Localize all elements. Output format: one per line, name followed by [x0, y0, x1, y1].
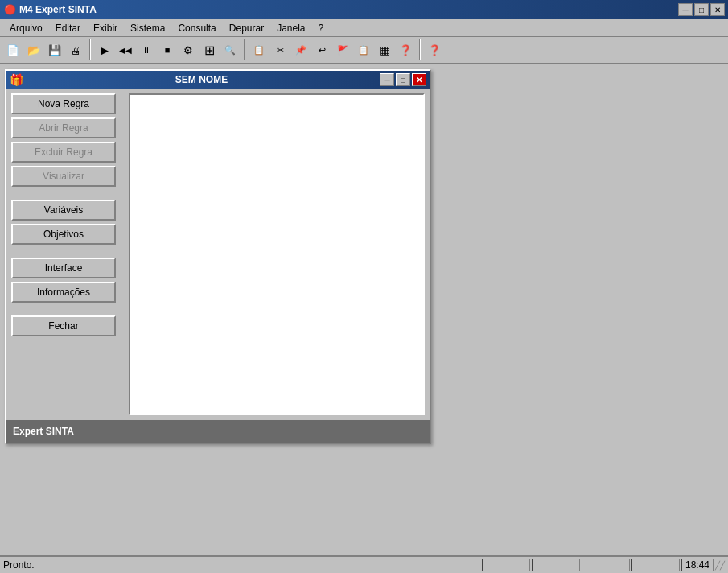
mdi-window: 🎁 SEM NOME ─ □ ✕ Nova Regra Abrir Regra	[5, 69, 431, 444]
objetivos-button[interactable]: Objetivos	[11, 224, 116, 245]
status-panel-4	[631, 559, 680, 571]
menu-arquivo[interactable]: Arquivo	[3, 21, 49, 35]
app-icon: 🔴	[3, 3, 16, 16]
resize-icon: ╱╱	[715, 561, 725, 570]
fechar-button[interactable]: Fechar	[11, 315, 116, 336]
help-main-button[interactable]: ❓	[425, 40, 444, 60]
mdi-window-icon: 🎁	[10, 73, 23, 86]
toolbar-separator-2	[244, 39, 245, 60]
variaveis-button[interactable]: Variáveis	[11, 200, 116, 221]
interface-label: Interface	[45, 262, 83, 274]
flag-button[interactable]: 🚩	[333, 40, 352, 60]
status-panel-1	[482, 559, 530, 571]
paste-special-button[interactable]: 📌	[291, 40, 311, 60]
step-back-button[interactable]: ◀◀	[116, 40, 135, 60]
app-close-button[interactable]: ✕	[710, 3, 725, 16]
right-panel	[129, 93, 425, 415]
interface-button[interactable]: Interface	[11, 258, 116, 278]
menu-consulta[interactable]: Consulta	[171, 21, 222, 35]
status-panel-2	[532, 559, 580, 571]
menu-exibir[interactable]: Exibir	[87, 21, 124, 35]
add-button[interactable]: ⊞	[199, 40, 219, 60]
app-title-bar: 🔴 M4 Expert SINTA ─ □ ✕	[0, 0, 728, 19]
bottom-bar-text: Expert SINTA	[13, 426, 74, 437]
help2-button[interactable]: ❓	[396, 40, 415, 60]
undo-special-button[interactable]: ↩	[312, 40, 331, 60]
copy-button[interactable]: 📋	[249, 40, 269, 60]
variaveis-label: Variáveis	[44, 204, 83, 216]
nova-regra-button[interactable]: Nova Regra	[11, 93, 116, 114]
objetivos-label: Objetivos	[43, 229, 84, 240]
search-button[interactable]: 🔍	[220, 40, 240, 60]
mdi-maximize-button[interactable]: □	[396, 73, 410, 86]
toolbar-separator-1	[89, 39, 91, 60]
left-panel: Nova Regra Abrir Regra Excluir Regra Vis…	[11, 93, 124, 415]
menu-sistema[interactable]: Sistema	[124, 21, 171, 35]
excluir-regra-button[interactable]: Excluir Regra	[11, 142, 116, 163]
toolbar-separator-3	[419, 39, 421, 60]
nova-regra-label: Nova Regra	[38, 98, 89, 109]
pause-button[interactable]: ⏸	[137, 40, 156, 60]
mdi-title-buttons: ─ □ ✕	[380, 73, 426, 86]
menu-editar[interactable]: Editar	[49, 21, 87, 35]
app-maximize-button[interactable]: □	[694, 3, 709, 16]
mdi-content: Nova Regra Abrir Regra Excluir Regra Vis…	[6, 89, 430, 420]
open-file-button[interactable]: 📂	[24, 40, 43, 60]
bottom-bar: Expert SINTA	[6, 420, 430, 443]
mdi-title-bar: 🎁 SEM NOME ─ □ ✕	[6, 71, 430, 89]
mdi-window-title: SEM NOME	[23, 74, 380, 85]
mdi-close-button[interactable]: ✕	[412, 73, 426, 86]
mdi-title-left: 🎁	[10, 73, 23, 86]
abrir-regra-label: Abrir Regra	[39, 122, 88, 134]
status-text: Pronto.	[3, 559, 35, 571]
informacoes-button[interactable]: Informações	[11, 282, 116, 303]
status-panel-3	[582, 559, 630, 571]
save-file-button[interactable]: 💾	[45, 40, 64, 60]
spacer-2	[11, 248, 124, 254]
print-button[interactable]: 🖨	[66, 40, 85, 60]
stop-button[interactable]: ■	[158, 40, 177, 60]
main-area: 🎁 SEM NOME ─ □ ✕ Nova Regra Abrir Regra	[0, 64, 728, 555]
menu-help[interactable]: ?	[312, 21, 331, 35]
settings-button[interactable]: ⚙	[179, 40, 198, 60]
new-file-button[interactable]: 📄	[3, 40, 23, 60]
toolbar: 📄 📂 💾 🖨 ▶ ◀◀ ⏸ ■ ⚙ ⊞ 🔍 📋 ✂ 📌 ↩ 🚩 📋 ▦ ❓ ❓	[0, 37, 728, 64]
spacer-1	[11, 190, 124, 196]
title-bar-buttons: ─ □ ✕	[678, 3, 725, 16]
visualizar-button[interactable]: Visualizar	[11, 166, 116, 187]
mdi-minimize-button[interactable]: ─	[380, 73, 394, 86]
grid-button[interactable]: ▦	[375, 40, 394, 60]
visualizar-label: Visualizar	[43, 171, 84, 182]
fechar-label: Fechar	[48, 320, 78, 332]
menu-janela[interactable]: Janela	[270, 21, 311, 35]
play-button[interactable]: ▶	[95, 40, 114, 60]
status-bar: Pronto. 18:44 ╱╱	[0, 555, 728, 573]
spacer-3	[11, 306, 124, 312]
informacoes-label: Informações	[37, 286, 90, 298]
status-time: 18:44	[681, 559, 714, 571]
menu-depurar[interactable]: Depurar	[223, 21, 270, 35]
app-title: M4 Expert SINTA	[19, 4, 97, 15]
menu-bar: Arquivo Editar Exibir Sistema Consulta D…	[0, 19, 728, 37]
status-right: 18:44 ╱╱	[482, 559, 725, 571]
copy3-button[interactable]: 📋	[354, 40, 373, 60]
abrir-regra-button[interactable]: Abrir Regra	[11, 117, 116, 138]
excluir-regra-label: Excluir Regra	[35, 146, 93, 158]
cut-special-button[interactable]: ✂	[270, 40, 290, 60]
app-minimize-button[interactable]: ─	[678, 3, 693, 16]
